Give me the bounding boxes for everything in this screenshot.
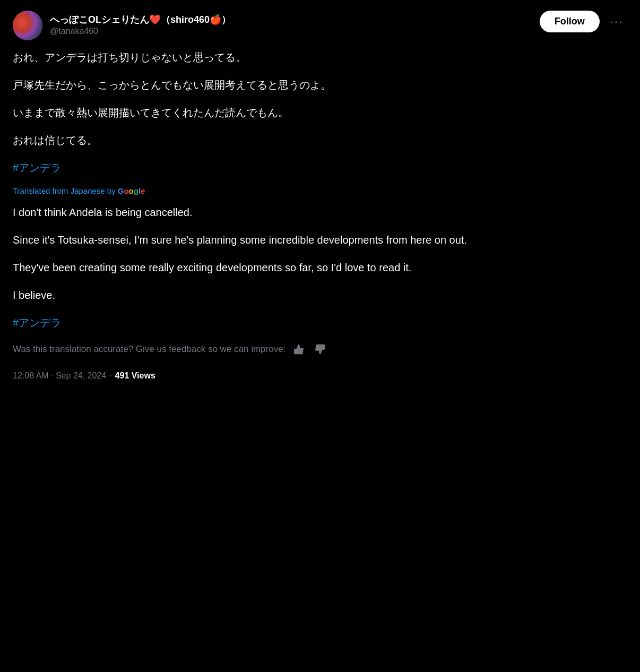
feedback-text: Was this translation accurate? Give us f… (13, 342, 286, 356)
jp-line-1: おれ、アンデラは打ち切りじゃないと思ってる。 (13, 49, 627, 66)
hashtag-jp[interactable]: #アンデラ (13, 162, 61, 174)
hashtag-en-wrapper: #アンデラ (13, 314, 627, 331)
tweet-container: へっぽこOLシェりたん❤️（shiro460🍎） @tanaka460 Foll… (0, 0, 640, 393)
translated-by-prefix: Translated from Japanese by (13, 185, 116, 197)
google-brand: Google (118, 185, 145, 197)
en-line-4: I believe. (13, 287, 627, 304)
en-line-3: They've been creating some really exciti… (13, 259, 627, 276)
tweet-body: おれ、アンデラは打ち切りじゃないと思ってる。 戸塚先生だから、こっからとんでもな… (13, 49, 627, 383)
avatar[interactable] (13, 11, 42, 40)
thumbs-down-icon (314, 343, 326, 355)
user-info-section: へっぽこOLシェりたん❤️（shiro460🍎） @tanaka460 (13, 11, 231, 40)
user-details: へっぽこOLシェりたん❤️（shiro460🍎） @tanaka460 (50, 14, 231, 37)
jp-line-3: いままで散々熱い展開描いてきてくれたんだ読んでもん。 (13, 104, 627, 121)
hashtag-en[interactable]: #アンデラ (13, 317, 61, 329)
tweet-header: へっぽこOLシェりたん❤️（shiro460🍎） @tanaka460 Foll… (13, 11, 627, 40)
follow-button[interactable]: Follow (540, 11, 600, 32)
japanese-text: おれ、アンデラは打ち切りじゃないと思ってる。 戸塚先生だから、こっからとんでもな… (13, 49, 627, 149)
translation-section: Translated from Japanese by Google I don… (13, 185, 627, 356)
en-line-2: Since it's Totsuka-sensei, I'm sure he's… (13, 231, 627, 248)
meta-divider: · (109, 369, 111, 383)
header-actions: Follow ··· (540, 11, 627, 32)
thumbs-up-icon (293, 343, 305, 355)
feedback-section: Was this translation accurate? Give us f… (13, 342, 627, 356)
tweet-timestamp[interactable]: 12:08 AM · Sep 24, 2024 (13, 369, 106, 383)
tweet-meta: 12:08 AM · Sep 24, 2024 · 491 Views (13, 369, 627, 383)
translated-by-label: Translated from Japanese by Google (13, 185, 627, 197)
english-translation: I don't think Andela is being cancelled.… (13, 204, 627, 304)
more-options-button[interactable]: ··· (606, 13, 627, 31)
hashtag-jp-wrapper: #アンデラ (13, 159, 627, 176)
thumbs-up-button[interactable] (291, 342, 307, 356)
display-name: へっぽこOLシェりたん❤️（shiro460🍎） (50, 14, 231, 26)
thumbs-down-button[interactable] (312, 342, 328, 356)
username[interactable]: @tanaka460 (50, 26, 231, 37)
jp-line-4: おれは信じてる。 (13, 132, 627, 149)
en-line-1: I don't think Andela is being cancelled. (13, 204, 627, 221)
tweet-views[interactable]: 491 Views (115, 369, 155, 383)
jp-line-2: 戸塚先生だから、こっからとんでもない展開考えてると思うのよ。 (13, 76, 627, 93)
